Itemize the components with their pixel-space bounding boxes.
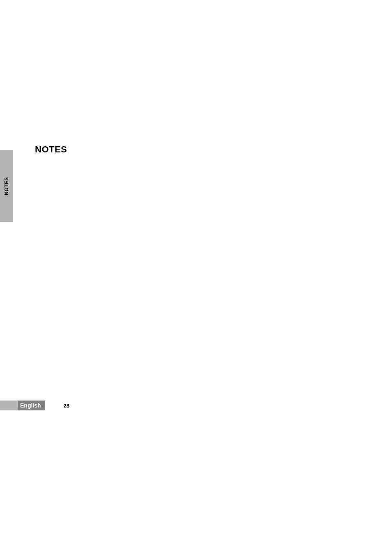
footer-bar: English 28 — [0, 401, 69, 410]
footer-language-label: English — [18, 401, 45, 410]
footer-accent-prefix — [0, 401, 18, 410]
sidebar-tab-label: NOTES — [4, 177, 9, 195]
page-title: NOTES — [35, 144, 67, 155]
page-number: 28 — [64, 403, 69, 409]
sidebar-tab: NOTES — [0, 150, 13, 222]
